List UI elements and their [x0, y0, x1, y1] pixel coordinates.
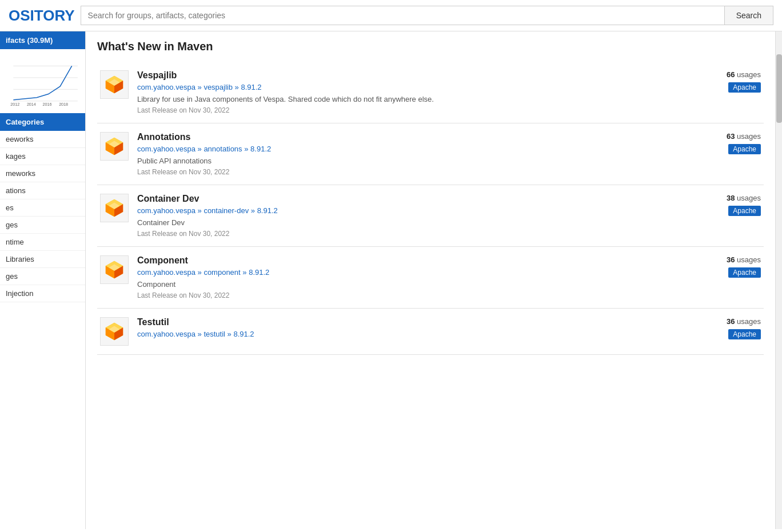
artifact-desc-container-dev: Container Dev — [137, 218, 695, 227]
artifact-info-annotations: Annotations com.yahoo.vespa » annotation… — [137, 132, 695, 176]
usages-count-annotations: 63 usages — [727, 132, 761, 141]
cube-svg-component — [103, 259, 125, 281]
artifact-icon-container-dev — [100, 194, 129, 222]
svg-text:2012: 2012 — [10, 102, 19, 107]
artifact-name-container-dev: Container Dev — [137, 194, 695, 204]
scrollbar[interactable] — [775, 31, 782, 529]
sidebar-item-ges1[interactable]: ges — [0, 217, 85, 234]
artifact-card-vespajlib: Vespajlib com.yahoo.vespa » vespajlib » … — [97, 62, 764, 123]
chart-area: 2012 2014 2016 2018 Year — [0, 49, 85, 112]
sidebar-item-ations[interactable]: ations — [0, 182, 85, 199]
artifact-name-testutil: Testutil — [137, 317, 695, 327]
artifact-link-cd[interactable]: container-dev — [204, 206, 249, 215]
group-link-test[interactable]: com.yahoo.vespa — [137, 330, 196, 338]
cube-svg-container-dev — [103, 197, 125, 219]
usages-count-testutil: 36 usages — [727, 317, 761, 326]
artifact-icon-component — [100, 255, 129, 284]
artifact-card-annotations: Annotations com.yahoo.vespa » annotation… — [97, 123, 764, 185]
search-bar: Search — [81, 6, 773, 25]
sidebar-item-ges2[interactable]: ges — [0, 268, 85, 285]
svg-text:2018: 2018 — [59, 102, 68, 107]
artifact-desc-component: Component — [137, 280, 695, 289]
artifact-meta-container-dev: 38 usages Apache — [704, 194, 761, 216]
cube-svg-testutil — [103, 321, 125, 342]
artifact-name-component: Component — [137, 255, 695, 266]
usages-count-component: 36 usages — [727, 255, 761, 264]
header: OSITORY Search — [0, 0, 782, 31]
artifact-coords-annotations: com.yahoo.vespa » annotations » 8.91.2 — [137, 145, 695, 153]
artifact-link-ann[interactable]: annotations — [204, 145, 242, 153]
artifacts-header: ifacts (30.9M) — [0, 31, 85, 49]
group-link-comp[interactable]: com.yahoo.vespa — [137, 268, 196, 277]
version-link[interactable]: 8.91.2 — [241, 83, 261, 91]
sidebar-item-libraries[interactable]: Libraries — [0, 251, 85, 268]
artifact-desc-vespajlib: Library for use in Java components of Ve… — [137, 95, 695, 103]
group-link-ann[interactable]: com.yahoo.vespa — [137, 145, 196, 153]
artifact-coords-testutil: com.yahoo.vespa » testutil » 8.91.2 — [137, 330, 695, 338]
sidebar-item-injection[interactable]: Injection — [0, 285, 85, 302]
usages-count-container-dev: 38 usages — [727, 194, 761, 202]
artifact-card-testutil: Testutil com.yahoo.vespa » testutil » 8.… — [97, 309, 764, 355]
main-layout: ifacts (30.9M) 2012 2014 2016 2018 Year … — [0, 31, 782, 529]
artifact-meta-vespajlib: 66 usages Apache — [704, 70, 761, 93]
scrollbar-thumb[interactable] — [776, 54, 782, 123]
artifact-info-component: Component com.yahoo.vespa » component » … — [137, 255, 695, 299]
license-badge-container-dev: Apache — [728, 206, 761, 216]
artifact-meta-annotations: 63 usages Apache — [704, 132, 761, 154]
usages-count-vespajlib: 66 usages — [727, 70, 761, 79]
sidebar-item-meworks[interactable]: meworks — [0, 165, 85, 182]
artifact-date-container-dev: Last Release on Nov 30, 2022 — [137, 230, 695, 238]
version-link-cd[interactable]: 8.91.2 — [257, 206, 278, 215]
artifact-card-container-dev: Container Dev com.yahoo.vespa » containe… — [97, 185, 764, 247]
svg-text:2014: 2014 — [27, 102, 36, 107]
group-link-cd[interactable]: com.yahoo.vespa — [137, 206, 196, 215]
artifact-icon-annotations — [100, 132, 129, 161]
sidebar-item-es[interactable]: es — [0, 199, 85, 217]
version-link-ann[interactable]: 8.91.2 — [250, 145, 271, 153]
search-button[interactable]: Search — [725, 6, 773, 25]
categories-header: Categories — [0, 113, 85, 131]
group-link[interactable]: com.yahoo.vespa — [137, 83, 196, 91]
artifact-name-vespajlib: Vespajlib — [137, 70, 695, 81]
artifact-icon-vespajlib — [100, 70, 129, 99]
cube-svg — [103, 74, 125, 95]
usage-chart: 2012 2014 2016 2018 Year — [5, 54, 81, 107]
license-badge-annotations: Apache — [728, 144, 761, 154]
sidebar-item-packages[interactable]: kages — [0, 148, 85, 165]
artifact-link-test[interactable]: testutil — [204, 330, 225, 338]
sidebar-item-frameworks[interactable]: eeworks — [0, 131, 85, 148]
artifact-link-comp[interactable]: component — [204, 268, 240, 277]
artifact-coords-component: com.yahoo.vespa » component » 8.91.2 — [137, 268, 695, 277]
artifact-name-annotations: Annotations — [137, 132, 695, 142]
version-link-comp[interactable]: 8.91.2 — [249, 268, 269, 277]
artifact-info-container-dev: Container Dev com.yahoo.vespa » containe… — [137, 194, 695, 238]
license-badge-testutil: Apache — [728, 329, 761, 339]
license-badge-vespajlib: Apache — [728, 82, 761, 93]
artifact-icon-testutil — [100, 317, 129, 346]
cube-svg-annotations — [103, 135, 125, 157]
artifact-info-vespajlib: Vespajlib com.yahoo.vespa » vespajlib » … — [137, 70, 695, 114]
artifact-card-component: Component com.yahoo.vespa » component » … — [97, 247, 764, 309]
sidebar-item-runtime[interactable]: ntime — [0, 234, 85, 251]
artifact-date-annotations: Last Release on Nov 30, 2022 — [137, 168, 695, 176]
search-input[interactable] — [81, 6, 725, 25]
artifact-date-vespajlib: Last Release on Nov 30, 2022 — [137, 106, 695, 114]
artifact-meta-component: 36 usages Apache — [704, 255, 761, 278]
artifact-coords-vespajlib: com.yahoo.vespa » vespajlib » 8.91.2 — [137, 83, 695, 91]
artifact-date-component: Last Release on Nov 30, 2022 — [137, 291, 695, 299]
artifact-desc-annotations: Public API annotations — [137, 157, 695, 165]
artifact-meta-testutil: 36 usages Apache — [704, 317, 761, 339]
svg-text:2016: 2016 — [43, 102, 52, 107]
page-title: What's New in Maven — [97, 40, 764, 53]
version-link-test[interactable]: 8.91.2 — [233, 330, 254, 338]
sidebar: ifacts (30.9M) 2012 2014 2016 2018 Year … — [0, 31, 86, 529]
artifact-coords-container-dev: com.yahoo.vespa » container-dev » 8.91.2 — [137, 206, 695, 215]
artifact-info-testutil: Testutil com.yahoo.vespa » testutil » 8.… — [137, 317, 695, 342]
artifact-link[interactable]: vespajlib — [204, 83, 233, 91]
license-badge-component: Apache — [728, 267, 761, 278]
site-logo: OSITORY — [9, 7, 75, 25]
content-area: What's New in Maven Vespajlib com.yahoo.… — [86, 31, 775, 529]
